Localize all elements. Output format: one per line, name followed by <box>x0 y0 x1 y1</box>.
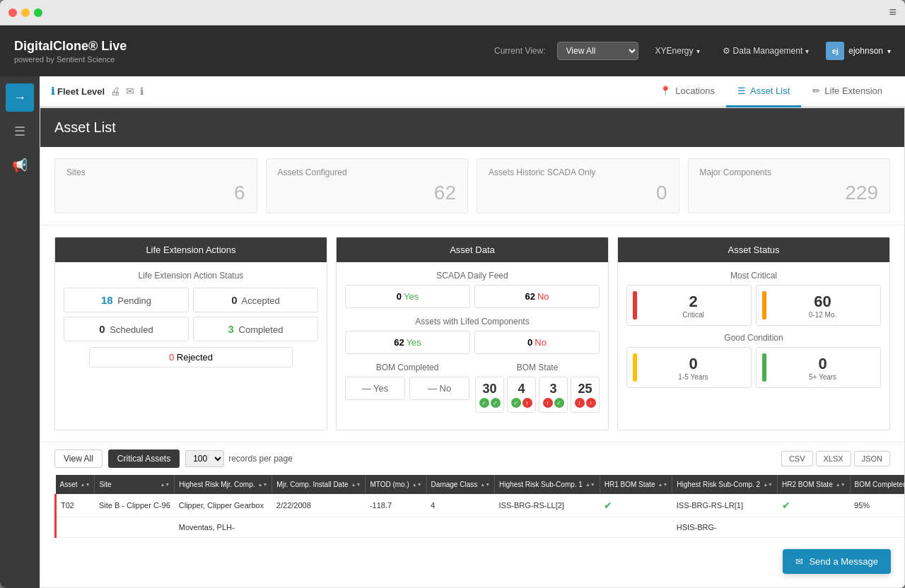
scada-no: 62No <box>474 285 600 308</box>
scada-yes: 0Yes <box>345 285 470 308</box>
x-icon-1: ! <box>522 398 532 408</box>
cell-mtod-0: -118.7 <box>366 494 426 517</box>
life-components-section: Assets with Lifed Components 62Yes 0No <box>345 317 600 354</box>
th-hr1-bom-state[interactable]: HR1 BOM State ▲▼ <box>600 475 672 494</box>
pencil-icon: ✏ <box>812 86 820 96</box>
stat-assets-historic: Assets Historic SCADA Only 0 <box>477 158 679 213</box>
life-components-title: Assets with Lifed Components <box>345 317 600 327</box>
print-icon[interactable]: 🖨 <box>110 86 120 97</box>
view-select[interactable]: View All Critical Assets <box>557 42 638 60</box>
help-icon[interactable]: ℹ <box>140 86 144 97</box>
xyenergy-btn[interactable]: XYEnergy ▾ <box>650 43 706 59</box>
th-hr-subcomp1[interactable]: Highest Risk Sub-Comp. 1 ▲▼ <box>495 475 600 494</box>
th-hr2-bom-state[interactable]: HR2 BOM State ▲▼ <box>778 475 851 494</box>
th-bom-completed[interactable]: BOM Completed ▲▼ <box>850 475 904 494</box>
panels-row: Life Extension Actions Life Extension Ac… <box>40 225 904 442</box>
nav-controls: Current View: View All Critical Assets X… <box>494 42 891 60</box>
export-xlsx[interactable]: XLSX <box>816 451 851 466</box>
table-header-row: Asset ▲▼ Site ▲▼ Highest Risk Mjr. Comp.… <box>56 475 905 494</box>
chevron-down-icon: ▾ <box>696 47 700 55</box>
cell-hr2bom-1 <box>778 517 851 538</box>
th-mtod[interactable]: MTOD (mo.) ▲▼ <box>366 475 426 494</box>
bom-state-section: BOM State 30 ✓✓ 4 ✓! <box>475 363 600 413</box>
cell-site-0: Site B - Clipper C-96 <box>95 494 175 517</box>
sidebar: → ☰ 📢 <box>0 76 40 588</box>
badge-scheduled: 0 Scheduled <box>64 317 189 341</box>
cell-hrsubcomp2-1: HSIS-BRG- <box>672 517 778 538</box>
check-icon-4: ✓ <box>554 398 564 408</box>
user-menu-btn[interactable]: ej ejohnson ▾ <box>826 42 891 60</box>
window-controls[interactable] <box>8 8 42 17</box>
most-critical-section: Most Critical 2 Critical <box>626 271 881 326</box>
tab-life-extension[interactable]: ✏ Life Extension <box>801 76 894 107</box>
filter-view-all[interactable]: View All <box>54 449 103 468</box>
records-per-page-select[interactable]: 100 50 25 <box>185 450 224 467</box>
panel-life-extension-header: Life Extension Actions <box>55 237 327 262</box>
table-controls-left: View All Critical Assets 100 50 25 recor… <box>54 449 293 468</box>
012mo-num: 60 <box>771 293 875 311</box>
scada-title: SCADA Daily Feed <box>345 271 600 281</box>
send-message-btn[interactable]: ✉ Send a Message <box>783 549 891 574</box>
minimize-dot[interactable] <box>21 8 30 17</box>
cell-hr1bom-1 <box>600 517 672 538</box>
export-csv[interactable]: CSV <box>781 451 813 466</box>
5plus-num: 0 <box>771 355 875 373</box>
th-install-date[interactable]: Mjr. Comp. Install Date ▲▼ <box>272 475 366 494</box>
brand-title: DigitalClone® Live <box>14 39 127 54</box>
page-content: Asset List Sites 6 Assets Configured 62 … <box>40 107 905 588</box>
cell-install-date-1 <box>272 517 366 538</box>
badge-accepted: 0 Accepted <box>193 288 318 312</box>
yellow-indicator <box>633 353 637 382</box>
brand-subtitle: powered by Sentient Science <box>14 55 127 64</box>
sidebar-item-navigate[interactable]: → <box>6 83 34 112</box>
cell-mtod-1 <box>366 517 426 538</box>
badge-completed: 3 Completed <box>193 317 318 341</box>
table-row: T02 Site B - Clipper C-96 Clipper, Clipp… <box>56 494 905 517</box>
tab-asset-list[interactable]: ☰ Asset List <box>726 76 801 107</box>
email-icon[interactable]: ✉ <box>126 86 134 97</box>
scada-row: 0Yes 62No <box>345 285 600 308</box>
maximize-dot[interactable] <box>34 8 42 17</box>
orange-indicator <box>762 291 766 319</box>
asset-table: Asset ▲▼ Site ▲▼ Highest Risk Mjr. Comp.… <box>54 475 904 538</box>
menu-icon[interactable]: ≡ <box>889 5 897 20</box>
avatar: ej <box>826 42 844 60</box>
scada-section: SCADA Daily Feed 0Yes 62No <box>345 271 600 308</box>
status-1-5yrs: 0 1-5 Years <box>626 347 752 388</box>
check-icon-2: ✓ <box>491 398 501 408</box>
data-table-container: Asset ▲▼ Site ▲▼ Highest Risk Mjr. Comp.… <box>40 475 904 545</box>
filter-critical-assets[interactable]: Critical Assets <box>108 449 180 468</box>
completed-num: 3 <box>228 323 234 335</box>
th-hr-subcomp2[interactable]: Highest Risk Sub-Comp. 2 ▲▼ <box>672 475 778 494</box>
table-row: Moventas, PLH- HSIS-BRG- <box>56 517 905 538</box>
stat-assets-configured-value: 62 <box>278 182 457 204</box>
rejected-label: Rejected <box>177 352 213 363</box>
pending-num: 18 <box>101 294 113 306</box>
content-area: ℹ Fleet Level 🖨 ✉ ℹ 📍 Locations <box>40 76 905 588</box>
sub-nav-actions: 🖨 ✉ ℹ <box>110 86 144 97</box>
x-icon-4: ! <box>586 398 596 408</box>
panel-asset-status: Asset Status Most Critical 2 Criti <box>617 237 890 430</box>
badge-rejected: 0 Rejected <box>89 347 293 368</box>
export-json[interactable]: JSON <box>854 451 890 466</box>
th-site[interactable]: Site ▲▼ <box>95 475 175 494</box>
sidebar-item-announcements[interactable]: 📢 <box>6 151 34 180</box>
cell-asset-t02[interactable]: T02 <box>56 494 95 517</box>
sub-nav-left: ℹ Fleet Level 🖨 ✉ ℹ <box>51 86 648 97</box>
brand: DigitalClone® Live powered by Sentient S… <box>14 39 127 64</box>
th-highest-risk[interactable]: Highest Risk Mjr. Comp. ▲▼ <box>175 475 272 494</box>
action-grid: 18 Pending 0 Accepted 0 Scheduled <box>64 288 318 341</box>
sidebar-item-list[interactable]: ☰ <box>6 117 34 146</box>
th-asset[interactable]: Asset ▲▼ <box>56 475 95 494</box>
panel-asset-status-body: Most Critical 2 Critical <box>618 262 889 404</box>
close-dot[interactable] <box>8 8 17 17</box>
data-management-btn[interactable]: ⚙ Data Management ▾ <box>717 43 815 59</box>
panel-asset-data-body: SCADA Daily Feed 0Yes 62No <box>337 262 608 430</box>
tab-locations[interactable]: 📍 Locations <box>648 76 726 107</box>
th-damage-class[interactable]: Damage Class ▲▼ <box>426 475 494 494</box>
status-5plus-yrs: 0 5+ Years <box>756 347 881 388</box>
stats-row: Sites 6 Assets Configured 62 Assets Hist… <box>40 147 904 225</box>
bom-state-25: 25 !! <box>571 377 600 413</box>
page-header: Asset List <box>40 108 904 147</box>
critical-num: 2 <box>641 293 745 311</box>
